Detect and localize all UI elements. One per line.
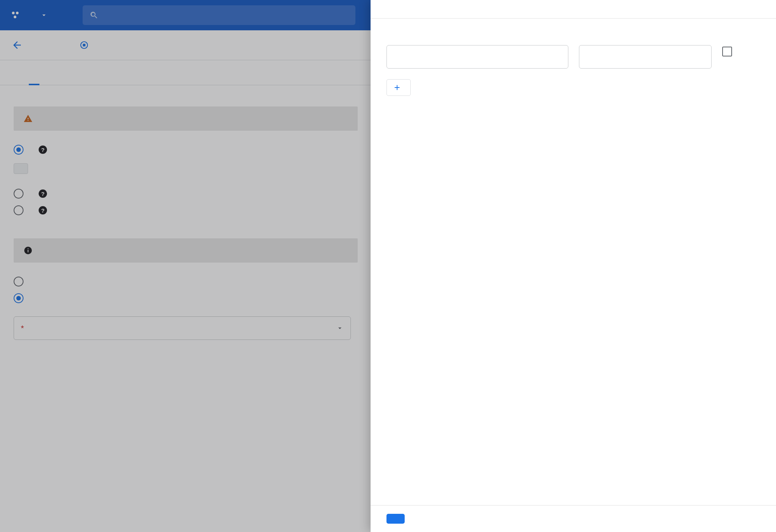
drawer-footer [371, 505, 776, 532]
key-row [386, 41, 760, 69]
required-checkbox[interactable] [722, 47, 732, 56]
plus-icon [393, 83, 401, 92]
drawer-body [371, 19, 776, 505]
required-field [722, 41, 732, 59]
drawer-header [371, 0, 776, 19]
key-name-field [386, 41, 568, 69]
confidence-field [579, 41, 712, 69]
key-name-input[interactable] [386, 45, 568, 69]
cancel-button[interactable] [415, 514, 421, 524]
save-button[interactable] [386, 514, 405, 524]
key-level-validation-drawer [371, 0, 776, 532]
confidence-input[interactable] [579, 45, 712, 69]
add-key-button[interactable] [386, 79, 411, 96]
